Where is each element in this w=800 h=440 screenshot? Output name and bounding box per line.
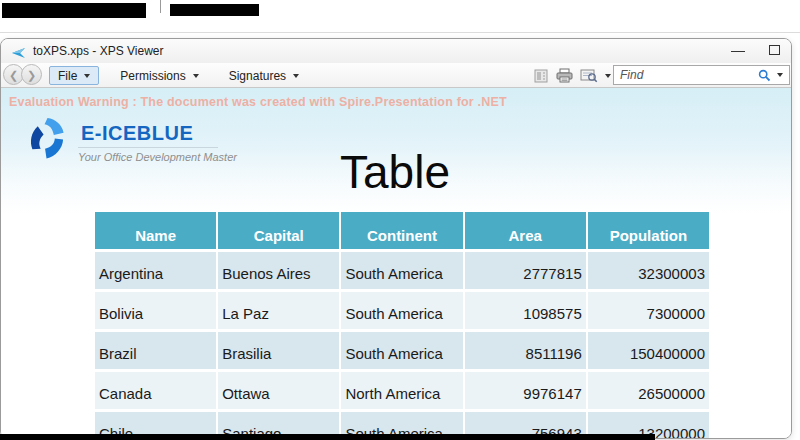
maximize-icon (769, 45, 780, 55)
page-layout-button[interactable] (534, 67, 549, 85)
evaluation-watermark: Evaluation Warning : The document was cr… (9, 95, 507, 109)
cell-capital: Brasilia (218, 332, 339, 369)
cell-area: 8511196 (465, 332, 586, 369)
minimize-icon (731, 51, 745, 52)
find-input[interactable] (614, 68, 756, 82)
chevron-down-icon (84, 74, 90, 78)
cell-name: Argentina (95, 252, 216, 289)
cell-capital: La Paz (218, 292, 339, 329)
cell-continent: South America (341, 292, 462, 329)
brand-name: E-ICEBLUE (81, 122, 193, 145)
zoom-options-button[interactable] (605, 67, 611, 85)
cell-population: 150400000 (588, 332, 709, 369)
find-options-button[interactable] (773, 66, 789, 84)
print-icon (556, 68, 573, 83)
cell-area: 1098575 (465, 292, 586, 329)
chevron-down-icon (193, 74, 199, 78)
search-icon (758, 69, 771, 82)
table-row: Canada Ottawa North America 9976147 2650… (95, 372, 709, 409)
brand-tagline: Your Office Development Master (78, 147, 218, 163)
zoom-icon (580, 68, 598, 83)
column-header-capital: Capital (218, 212, 339, 249)
redacted-bottom-bar (0, 434, 655, 440)
find-search-button[interactable] (756, 66, 773, 84)
document-page: Evaluation Warning : The document was cr… (1, 88, 791, 439)
toolbar: ❮ ❯ File Permissions Signatures (1, 63, 791, 88)
page-layout-icon (534, 69, 549, 83)
cell-continent: South America (341, 332, 462, 369)
document-title: Table (290, 145, 500, 199)
menu-signatures[interactable]: Signatures (220, 66, 308, 85)
minimize-button[interactable] (723, 39, 753, 63)
window-title: toXPS.xps - XPS Viewer (33, 44, 164, 58)
redacted-text-block (170, 4, 259, 16)
print-button[interactable] (556, 67, 573, 85)
column-header-continent: Continent (341, 212, 462, 249)
toolbar-icons (534, 66, 611, 85)
cell-population: 7300000 (588, 292, 709, 329)
cell-continent: South America (341, 252, 462, 289)
chevron-down-icon (293, 74, 299, 78)
cell-capital: Ottawa (218, 372, 339, 409)
column-header-name: Name (95, 212, 216, 249)
menu-file[interactable]: File (49, 66, 99, 85)
forward-icon: ❯ (27, 69, 36, 81)
cell-area: 2777815 (465, 252, 586, 289)
menu-permissions[interactable]: Permissions (111, 66, 207, 85)
menu-signatures-label: Signatures (229, 69, 286, 83)
menu-file-label: File (58, 69, 77, 83)
zoom-button[interactable] (580, 67, 598, 85)
chevron-down-icon (777, 73, 783, 77)
column-header-area: Area (465, 212, 586, 249)
menu-bar: File Permissions Signatures (49, 66, 308, 85)
cell-name: Bolivia (95, 292, 216, 329)
forward-button[interactable]: ❯ (21, 64, 42, 85)
xps-file-icon (11, 45, 27, 57)
table-row: Brazil Brasilia South America 8511196 15… (95, 332, 709, 369)
back-icon: ❮ (9, 69, 18, 81)
cell-population: 32300003 (588, 252, 709, 289)
xps-viewer-window: toXPS.xps - XPS Viewer ❮ ❯ File Permissi… (0, 38, 792, 439)
redacted-text-block (2, 3, 146, 18)
menu-permissions-label: Permissions (120, 69, 185, 83)
top-separator (160, 0, 161, 13)
cell-capital: Buenos Aires (218, 252, 339, 289)
find-box (613, 65, 790, 85)
cell-population: 26500000 (588, 372, 709, 409)
country-table: Name Capital Continent Area Population A… (93, 209, 711, 439)
cell-area: 9976147 (465, 372, 586, 409)
eiceblue-logo-icon (28, 116, 67, 161)
table-row: Argentina Buenos Aires South America 277… (95, 252, 709, 289)
table-header-row: Name Capital Continent Area Population (95, 212, 709, 249)
chevron-down-icon (605, 74, 611, 78)
cell-continent: North America (341, 372, 462, 409)
cell-name: Brazil (95, 332, 216, 369)
column-header-population: Population (588, 212, 709, 249)
maximize-button[interactable] (759, 39, 789, 63)
horizontal-divider (0, 32, 800, 33)
cell-name: Canada (95, 372, 216, 409)
table-row: Bolivia La Paz South America 1098575 730… (95, 292, 709, 329)
title-bar[interactable]: toXPS.xps - XPS Viewer (1, 39, 791, 63)
